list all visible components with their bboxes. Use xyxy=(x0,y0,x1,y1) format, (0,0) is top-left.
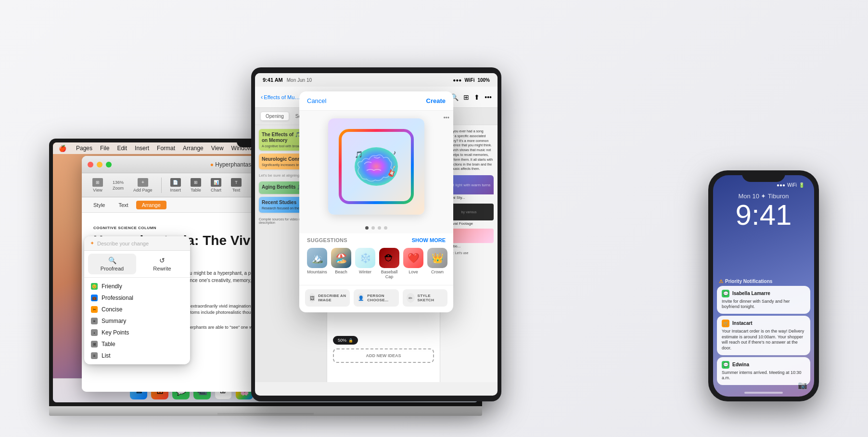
menubar-insert[interactable]: Insert xyxy=(135,145,149,152)
ipad-back-button[interactable]: ‹ Effects of Music Explainer Video xyxy=(261,93,302,101)
ai-image-modal: Cancel Create xyxy=(299,91,453,312)
tab-style[interactable]: Style xyxy=(88,201,111,209)
table-icon: ⊞ xyxy=(191,178,201,187)
menubar-format[interactable]: Format xyxy=(157,145,175,152)
grid-icon[interactable]: ⊞ xyxy=(463,93,469,101)
svg-text:♪: ♪ xyxy=(393,149,396,156)
ai-input-row: 🖼 DESCRIBE AN IMAGE 👤 PERSON CHOOSE... ✏… xyxy=(299,285,453,312)
zoom-value: 136% xyxy=(113,180,124,185)
toolbar-table[interactable]: ⊞ Table xyxy=(188,176,204,194)
iphone-camera-icon[interactable]: 📷 xyxy=(798,381,807,390)
notif-2-sender: Instacart xyxy=(732,321,805,326)
rewrite-icon: ↺ xyxy=(159,257,165,264)
mountains-icon: 🏔️ xyxy=(307,248,327,268)
zoom-icon: 🔒 xyxy=(348,338,353,343)
iphone-outer: ●●● WiFi 🔋 Mon 10 ✦ Tiburon 9:41 ⚠ Prior… xyxy=(708,170,819,401)
key-points-icon: • xyxy=(91,329,98,336)
maximize-button[interactable] xyxy=(106,162,112,167)
describe-image-label: DESCRIBE AN IMAGE xyxy=(318,294,346,302)
wt-item-professional[interactable]: 💼 Professional xyxy=(84,292,190,304)
wt-placeholder[interactable]: Describe your change xyxy=(97,241,149,246)
wt-item-concise[interactable]: ✂ Concise xyxy=(84,304,190,315)
menubar-arrange[interactable]: Arrange xyxy=(183,145,204,152)
iphone: ●●● WiFi 🔋 Mon 10 ✦ Tiburon 9:41 ⚠ Prior… xyxy=(708,170,819,401)
concise-icon: ✂ xyxy=(91,306,98,313)
iphone-notch xyxy=(742,170,785,182)
style-sketch-btn[interactable]: ✏ STYLE SKETCH xyxy=(403,289,447,307)
writing-tools-popup: ✦ Describe your change 🔍 Proofread ↺ Rew… xyxy=(84,236,190,364)
close-button[interactable] xyxy=(88,162,93,167)
proofread-label: Proofread xyxy=(101,266,124,271)
toolbar-divider-1 xyxy=(161,178,162,193)
iphone-status-right: ●●● WiFi 🔋 xyxy=(777,182,804,188)
suggestion-love[interactable]: ❤️ Love xyxy=(403,248,423,279)
toolbar-insert[interactable]: 📄 Insert xyxy=(167,176,184,194)
notif-card-3[interactable]: 💬 Edwina Summer interns arrived. Meeting… xyxy=(717,357,810,385)
describe-image-btn[interactable]: 🖼 DESCRIBE AN IMAGE xyxy=(305,289,350,307)
ai-image-frame: 🎸 🎵 ♪ xyxy=(328,118,424,215)
love-label: Love xyxy=(408,270,418,274)
wt-item-key-points[interactable]: • Key Points xyxy=(84,327,190,338)
menubar-edit[interactable]: Edit xyxy=(117,145,127,152)
suggestion-beach[interactable]: 🏖️ Beach xyxy=(331,248,351,279)
apple-menu-icon[interactable]: 🍎 xyxy=(59,145,66,152)
modified-indicator: ● xyxy=(210,161,216,168)
show-more-button[interactable]: SHOW MORE xyxy=(412,237,446,243)
style-sketch-label: STYLE SKETCH xyxy=(418,294,444,302)
ai-brain-image: 🎸 🎵 ♪ xyxy=(338,128,415,205)
zoom-indicator: 50% 🔒 xyxy=(333,336,358,345)
menubar-view[interactable]: View xyxy=(211,145,224,152)
toolbar-chart[interactable]: 📊 Chart xyxy=(208,176,224,194)
person-choose-btn[interactable]: 👤 PERSON CHOOSE... xyxy=(354,289,398,307)
view-icon: ⊞ xyxy=(92,178,103,187)
tab-arrange[interactable]: Arrange xyxy=(136,201,166,209)
toolbar-text[interactable]: T Text xyxy=(228,176,244,194)
toolbar-view[interactable]: ⊞ View xyxy=(89,176,106,194)
ipad-time: 9:41 AM xyxy=(263,77,283,83)
describe-image-icon: 🖼 xyxy=(309,293,315,303)
more-icon[interactable]: ••• xyxy=(485,93,492,101)
suggestion-mountains[interactable]: 🏔️ Mountains xyxy=(307,248,327,279)
baseball-cap-label: Baseball Cap xyxy=(379,270,399,279)
toolbar-zoom[interactable]: 136% Zoom xyxy=(110,178,127,193)
image-more-options[interactable]: ••• xyxy=(443,115,449,121)
insert-icon: 📄 xyxy=(170,178,181,187)
notif-card-1[interactable]: 💬 Isabella Lamarre Invite for dinner wit… xyxy=(717,286,810,314)
suggestion-baseball-cap[interactable]: ⛑ Baseball Cap xyxy=(379,248,399,279)
add-ideas-area[interactable]: ADD NEW IDEAS xyxy=(333,348,434,363)
zoom-value: 50% xyxy=(338,338,346,343)
iphone-date-location: Mon 10 ✦ Tiburon 9:41 xyxy=(713,190,814,232)
suggestion-winter[interactable]: ❄️ Winter xyxy=(355,248,375,279)
wt-item-friendly[interactable]: 😊 Friendly xyxy=(84,281,190,292)
tab-text[interactable]: Text xyxy=(113,201,134,209)
iphone-home-indicator[interactable] xyxy=(744,392,783,394)
list-icon: ≡ xyxy=(91,352,98,359)
iphone-screen: ●●● WiFi 🔋 Mon 10 ✦ Tiburon 9:41 ⚠ Prior… xyxy=(713,175,814,397)
wt-item-summary[interactable]: ≡ Summary xyxy=(84,315,190,327)
svg-text:🎵: 🎵 xyxy=(355,151,363,159)
suggestion-crown[interactable]: 👑 Crown xyxy=(427,248,447,279)
wt-item-table[interactable]: ⊞ Table xyxy=(84,338,190,350)
mountains-label: Mountains xyxy=(307,270,327,274)
notif-card-2[interactable]: 🛒 Instacart Your Instacart order is on t… xyxy=(717,316,810,355)
visual-style-overlay: Soft light with warm turns xyxy=(447,183,490,187)
wt-item-list[interactable]: ≡ List xyxy=(84,350,190,361)
tab-opening[interactable]: Opening xyxy=(261,112,289,120)
menubar-file[interactable]: File xyxy=(100,145,109,152)
wt-tab-proofread[interactable]: 🔍 Proofread xyxy=(88,254,136,274)
share-icon[interactable]: ⬆ xyxy=(474,93,480,101)
toolbar-add-page[interactable]: + Add Page xyxy=(130,176,155,194)
love-icon: ❤️ xyxy=(403,248,423,268)
ipad-signal-icon: ●●● xyxy=(453,77,461,83)
wt-tab-rewrite[interactable]: ↺ Rewrite xyxy=(138,254,186,274)
suggestions-label: SUGGESTIONS xyxy=(307,237,412,243)
insert-label: Insert xyxy=(170,188,181,193)
ipad-wifi-icon: WiFi xyxy=(464,77,474,83)
ai-cancel-button[interactable]: Cancel xyxy=(307,97,326,104)
minimize-button[interactable] xyxy=(97,162,102,167)
menubar-pages[interactable]: Pages xyxy=(76,145,92,152)
beach-icon: 🏖️ xyxy=(331,248,351,268)
back-chevron-icon: ‹ xyxy=(261,93,263,101)
chart-label: Chart xyxy=(211,188,221,193)
ai-create-button[interactable]: Create xyxy=(426,97,446,104)
